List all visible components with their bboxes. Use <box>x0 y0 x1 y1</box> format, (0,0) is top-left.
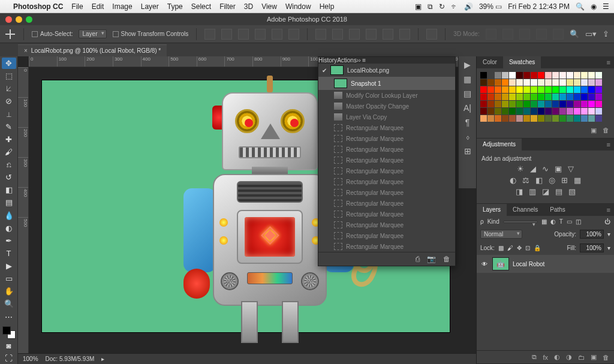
status-volume-icon[interactable]: 🔊 <box>464 2 473 11</box>
swatch[interactable] <box>509 101 516 107</box>
swatch[interactable] <box>567 86 573 93</box>
swatch[interactable] <box>567 94 573 100</box>
lock-all-icon[interactable]: 🔒 <box>534 245 541 251</box>
lasso-tool[interactable]: ⟀ <box>2 83 16 94</box>
swatch[interactable] <box>545 79 552 86</box>
pen-tool[interactable]: ✒ <box>2 235 16 246</box>
history-state-row[interactable]: Rectangular Marquee <box>318 187 455 198</box>
edit-toolbar-icon[interactable]: ⋯ <box>2 311 16 323</box>
auto-align-icon[interactable] <box>426 29 437 40</box>
swatch[interactable] <box>509 86 516 93</box>
swatch[interactable] <box>509 72 516 79</box>
swatch[interactable] <box>502 101 508 107</box>
menu-type[interactable]: Type <box>167 2 183 11</box>
swatch[interactable] <box>531 108 537 115</box>
panel-collapse-icon[interactable]: ›› ≡ <box>357 57 366 64</box>
swatch[interactable] <box>495 79 501 86</box>
zoom-tool[interactable]: 🔍 <box>2 298 16 309</box>
gradient-tool[interactable]: ▤ <box>2 197 16 208</box>
swatch[interactable] <box>487 115 494 122</box>
swatch[interactable] <box>480 108 487 115</box>
swatch[interactable] <box>567 101 573 107</box>
type-tool[interactable]: T <box>2 248 16 259</box>
swatch[interactable] <box>523 86 530 93</box>
filter-shape-icon[interactable]: ▭ <box>567 218 572 225</box>
swatch[interactable] <box>559 79 566 86</box>
status-doc-size[interactable]: Doc: 5.93M/5.93M <box>46 356 95 362</box>
new-adjustment-layer-icon[interactable]: ◑ <box>566 353 572 361</box>
swatch[interactable] <box>581 79 588 86</box>
swatch[interactable] <box>545 101 552 107</box>
swatch[interactable] <box>588 86 595 93</box>
lock-artboard-icon[interactable]: ⊡ <box>525 245 530 251</box>
status-spotlight-icon[interactable]: 🔍 <box>576 2 585 11</box>
dock-timeline-icon[interactable]: ⊞ <box>464 146 471 156</box>
swatch[interactable] <box>531 101 537 107</box>
swatch[interactable] <box>538 115 544 122</box>
ruler-vertical[interactable]: 0100200300400500 <box>18 67 29 364</box>
distribute-5-icon[interactable] <box>383 29 393 40</box>
swatch[interactable] <box>480 86 487 93</box>
adj-curves-icon[interactable]: ∿ <box>542 164 549 173</box>
history-state-row[interactable]: Rectangular Marquee <box>318 155 455 166</box>
swatch[interactable] <box>487 72 494 79</box>
swatch[interactable] <box>509 108 516 115</box>
stamp-tool[interactable]: ⎌ <box>2 159 16 170</box>
swatch[interactable] <box>574 94 580 100</box>
swatch[interactable] <box>581 108 588 115</box>
swatch[interactable] <box>574 72 580 79</box>
status-clock[interactable]: Fri Feb 2 12:43 PM <box>508 2 570 11</box>
path-select-tool[interactable]: ▶ <box>2 260 16 272</box>
new-swatch-icon[interactable]: ▣ <box>591 127 597 134</box>
swatch[interactable] <box>502 115 508 122</box>
status-notifications-icon[interactable]: ☰ <box>603 2 609 11</box>
adj-threshold-icon[interactable]: ◪ <box>542 187 549 196</box>
new-document-from-state-icon[interactable]: ⎙ <box>416 255 420 263</box>
history-list[interactable]: Modify Color Lookup LayerMaster Opacity … <box>318 90 455 252</box>
adj-selective-icon[interactable]: ▧ <box>568 187 576 196</box>
adj-gradient-map-icon[interactable]: ▤ <box>555 187 562 196</box>
menu-filter[interactable]: Filter <box>219 2 236 11</box>
swatch[interactable] <box>487 79 494 86</box>
swatch[interactable] <box>588 108 595 115</box>
swatch[interactable] <box>502 86 508 93</box>
tab-paths[interactable]: Paths <box>544 204 571 216</box>
swatch[interactable] <box>595 86 602 93</box>
swatch[interactable] <box>509 115 516 122</box>
swatch[interactable] <box>516 115 523 122</box>
swatch[interactable] <box>502 79 508 86</box>
menu-layer[interactable]: Layer <box>141 2 159 11</box>
swatch[interactable] <box>559 101 566 107</box>
history-state-row[interactable]: Rectangular Marquee <box>318 241 455 252</box>
swatch[interactable] <box>545 72 552 79</box>
move-tool[interactable]: ✥ <box>2 58 16 69</box>
swatch[interactable] <box>538 101 544 107</box>
swatch[interactable] <box>487 101 494 107</box>
status-flyout-icon[interactable]: ▸ <box>101 356 104 362</box>
swatch[interactable] <box>531 115 537 122</box>
swatch[interactable] <box>480 72 487 79</box>
distribute-v-icon[interactable] <box>332 29 343 40</box>
status-dropbox-icon[interactable]: ⧉ <box>428 2 433 11</box>
dock-swatches-icon[interactable]: ▦ <box>463 74 471 84</box>
adj-bw-icon[interactable]: ◧ <box>535 176 543 185</box>
search-icon[interactable]: 🔍 <box>570 29 579 38</box>
filter-adjust-icon[interactable]: ◐ <box>550 218 556 225</box>
adj-invert-icon[interactable]: ◨ <box>516 187 523 196</box>
distribute-4-icon[interactable] <box>366 29 377 40</box>
swatch[interactable] <box>567 72 573 79</box>
window-minimize-button[interactable] <box>16 16 22 23</box>
filter-toggle-icon[interactable]: ⏻ <box>604 218 610 225</box>
menu-view[interactable]: View <box>261 2 277 11</box>
swatch[interactable] <box>502 72 508 79</box>
swatch[interactable] <box>531 94 537 100</box>
swatch[interactable] <box>595 101 602 107</box>
swatch[interactable] <box>487 86 494 93</box>
swatch[interactable] <box>595 79 602 86</box>
filter-kind-select[interactable] <box>503 221 538 223</box>
swatch[interactable] <box>509 79 516 86</box>
foreground-background-colors[interactable] <box>2 326 16 339</box>
swatch[interactable] <box>559 72 566 79</box>
status-camera-icon[interactable]: ▣ <box>415 2 422 11</box>
status-sync-icon[interactable]: ↻ <box>439 2 445 11</box>
